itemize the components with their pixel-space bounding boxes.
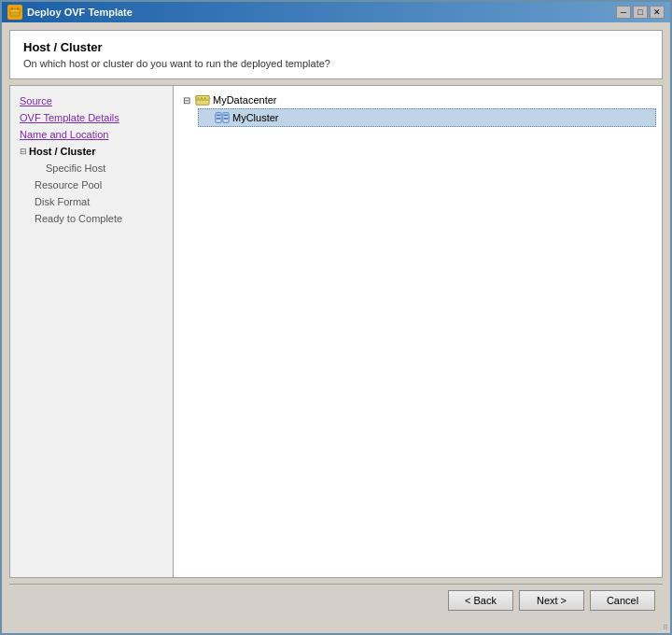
sidebar-group-host-cluster: ⊟ Host / Cluster (16, 144, 167, 159)
sidebar-item-source[interactable]: Source (16, 93, 167, 108)
title-bar: Deploy OVF Template ─ □ ✕ (2, 2, 670, 22)
svg-rect-12 (217, 118, 220, 120)
deploy-ovf-window: Deploy OVF Template ─ □ ✕ Host / Cluster… (0, 0, 672, 635)
back-button[interactable]: < Back (448, 590, 513, 611)
header-section: Host / Cluster On which host or cluster … (9, 30, 663, 79)
sidebar-item-disk-format: Disk Format (16, 194, 167, 209)
minimize-button[interactable]: ─ (616, 6, 631, 19)
svg-rect-11 (217, 114, 220, 116)
main-section: Source OVF Template Details Name and Loc… (9, 85, 663, 578)
cluster-toggle (201, 113, 212, 123)
datacenter-toggle[interactable]: ⊟ (181, 95, 192, 106)
sidebar-item-name-and-location[interactable]: Name and Location (16, 127, 167, 142)
cluster-icon (215, 111, 230, 124)
sidebar-item-specific-host: Specific Host (16, 161, 167, 176)
sidebar-item-ready-to-complete: Ready to Complete (16, 211, 167, 226)
svg-rect-6 (198, 97, 200, 99)
window-content: Host / Cluster On which host or cluster … (2, 22, 670, 624)
cluster-label: MyCluster (232, 112, 279, 123)
page-title: Host / Cluster (23, 40, 649, 54)
cancel-button[interactable]: Cancel (590, 590, 655, 611)
svg-rect-14 (224, 118, 228, 120)
expand-icon: ⊟ (20, 147, 27, 156)
tree-panel[interactable]: ⊟ MyDatacenter (174, 86, 662, 577)
next-button[interactable]: Next > (519, 590, 584, 611)
tree-children: MyCluster (198, 108, 656, 127)
sidebar-item-host-cluster-label[interactable]: Host / Cluster (29, 146, 96, 157)
title-bar-left: Deploy OVF Template (7, 5, 133, 20)
page-subtitle: On which host or cluster do you want to … (23, 58, 649, 69)
svg-rect-8 (204, 97, 206, 99)
window-title: Deploy OVF Template (27, 7, 133, 18)
window-icon (7, 5, 22, 20)
tree-item-datacenter[interactable]: ⊟ MyDatacenter (179, 92, 656, 108)
svg-rect-13 (224, 114, 228, 116)
title-controls: ─ □ ✕ (616, 6, 665, 19)
svg-rect-7 (201, 97, 203, 99)
maximize-button[interactable]: □ (633, 6, 648, 19)
tree-item-cluster[interactable]: MyCluster (198, 108, 656, 127)
resize-grip: ⠿ (2, 624, 670, 633)
sidebar-item-resource-pool: Resource Pool (16, 177, 167, 192)
datacenter-label: MyDatacenter (213, 94, 276, 106)
sidebar-item-ovf-template-details[interactable]: OVF Template Details (16, 110, 167, 125)
footer-bar: < Back Next > Cancel (9, 584, 663, 616)
sidebar: Source OVF Template Details Name and Loc… (10, 86, 174, 577)
datacenter-icon (195, 93, 210, 106)
close-button[interactable]: ✕ (650, 6, 665, 19)
